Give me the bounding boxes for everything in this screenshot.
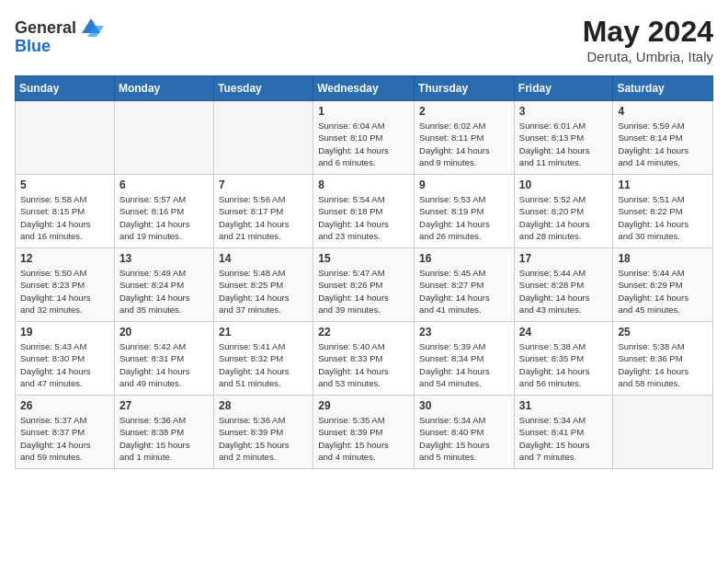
day-info: Sunrise: 5:43 AM Sunset: 8:30 PM Dayligh… xyxy=(20,340,109,389)
day-number: 28 xyxy=(219,399,308,412)
day-number: 8 xyxy=(318,178,409,191)
weekday-header: Friday xyxy=(514,76,613,101)
calendar-cell: 8Sunrise: 5:54 AM Sunset: 8:18 PM Daylig… xyxy=(313,175,415,248)
weekday-header: Tuesday xyxy=(213,76,313,101)
calendar-cell xyxy=(213,101,313,175)
day-info: Sunrise: 5:36 AM Sunset: 8:38 PM Dayligh… xyxy=(119,414,209,463)
day-info: Sunrise: 5:48 AM Sunset: 8:25 PM Dayligh… xyxy=(219,267,308,316)
page-header: General Blue May 2024 Deruta, Umbria, It… xyxy=(15,15,713,64)
weekday-header: Saturday xyxy=(613,76,713,101)
day-number: 9 xyxy=(419,178,509,191)
day-info: Sunrise: 5:38 AM Sunset: 8:36 PM Dayligh… xyxy=(618,340,708,389)
day-info: Sunrise: 5:47 AM Sunset: 8:26 PM Dayligh… xyxy=(318,267,409,316)
calendar-cell xyxy=(114,101,213,175)
logo: General Blue xyxy=(15,15,104,56)
calendar-cell: 28Sunrise: 5:36 AM Sunset: 8:39 PM Dayli… xyxy=(213,396,313,469)
calendar-table: SundayMondayTuesdayWednesdayThursdayFrid… xyxy=(15,75,713,469)
logo-icon xyxy=(78,15,104,40)
calendar-cell: 1Sunrise: 6:04 AM Sunset: 8:10 PM Daylig… xyxy=(313,101,415,175)
day-info: Sunrise: 5:57 AM Sunset: 8:16 PM Dayligh… xyxy=(119,193,209,242)
day-number: 19 xyxy=(20,326,109,339)
day-number: 7 xyxy=(219,178,308,191)
day-info: Sunrise: 5:51 AM Sunset: 8:22 PM Dayligh… xyxy=(618,193,708,242)
day-number: 18 xyxy=(618,252,708,265)
calendar-cell: 16Sunrise: 5:45 AM Sunset: 8:27 PM Dayli… xyxy=(415,248,515,322)
day-number: 14 xyxy=(219,252,308,265)
calendar-cell: 15Sunrise: 5:47 AM Sunset: 8:26 PM Dayli… xyxy=(313,248,415,322)
day-number: 10 xyxy=(519,178,609,191)
calendar-cell: 27Sunrise: 5:36 AM Sunset: 8:38 PM Dayli… xyxy=(114,396,213,469)
title-block: May 2024 Deruta, Umbria, Italy xyxy=(583,15,713,64)
calendar-cell: 6Sunrise: 5:57 AM Sunset: 8:16 PM Daylig… xyxy=(114,175,213,248)
day-number: 6 xyxy=(119,178,209,191)
day-number: 15 xyxy=(318,252,409,265)
day-number: 13 xyxy=(119,252,209,265)
weekday-header: Wednesday xyxy=(313,76,415,101)
day-info: Sunrise: 5:59 AM Sunset: 8:14 PM Dayligh… xyxy=(618,120,708,168)
calendar-cell: 9Sunrise: 5:53 AM Sunset: 8:19 PM Daylig… xyxy=(415,175,515,248)
day-info: Sunrise: 5:38 AM Sunset: 8:35 PM Dayligh… xyxy=(519,340,609,389)
calendar-cell: 2Sunrise: 6:02 AM Sunset: 8:11 PM Daylig… xyxy=(415,101,515,175)
day-number: 25 xyxy=(618,326,708,339)
calendar-cell: 4Sunrise: 5:59 AM Sunset: 8:14 PM Daylig… xyxy=(613,101,713,175)
weekday-header: Sunday xyxy=(16,76,115,101)
calendar-cell: 19Sunrise: 5:43 AM Sunset: 8:30 PM Dayli… xyxy=(16,322,115,396)
calendar-week-row: 19Sunrise: 5:43 AM Sunset: 8:30 PM Dayli… xyxy=(16,322,713,396)
day-number: 17 xyxy=(519,252,609,265)
day-info: Sunrise: 5:34 AM Sunset: 8:40 PM Dayligh… xyxy=(419,414,509,463)
calendar-week-row: 5Sunrise: 5:58 AM Sunset: 8:15 PM Daylig… xyxy=(16,175,713,248)
calendar-cell: 23Sunrise: 5:39 AM Sunset: 8:34 PM Dayli… xyxy=(415,322,515,396)
day-info: Sunrise: 5:37 AM Sunset: 8:37 PM Dayligh… xyxy=(20,414,109,463)
day-info: Sunrise: 5:41 AM Sunset: 8:32 PM Dayligh… xyxy=(219,340,308,389)
logo-general-text: General xyxy=(15,18,76,38)
day-number: 4 xyxy=(618,105,708,118)
day-number: 21 xyxy=(219,326,308,339)
calendar-cell: 24Sunrise: 5:38 AM Sunset: 8:35 PM Dayli… xyxy=(514,322,613,396)
day-number: 29 xyxy=(318,399,409,412)
day-number: 12 xyxy=(20,252,109,265)
day-info: Sunrise: 6:01 AM Sunset: 8:13 PM Dayligh… xyxy=(519,120,609,168)
calendar-cell: 5Sunrise: 5:58 AM Sunset: 8:15 PM Daylig… xyxy=(16,175,115,248)
calendar-cell: 30Sunrise: 5:34 AM Sunset: 8:40 PM Dayli… xyxy=(415,396,515,469)
day-number: 26 xyxy=(20,399,109,412)
day-number: 27 xyxy=(119,399,209,412)
day-info: Sunrise: 5:36 AM Sunset: 8:39 PM Dayligh… xyxy=(219,414,308,463)
day-info: Sunrise: 5:52 AM Sunset: 8:20 PM Dayligh… xyxy=(519,193,609,242)
day-number: 16 xyxy=(419,252,509,265)
day-info: Sunrise: 5:54 AM Sunset: 8:18 PM Dayligh… xyxy=(318,193,409,242)
day-number: 11 xyxy=(618,178,708,191)
day-info: Sunrise: 5:44 AM Sunset: 8:28 PM Dayligh… xyxy=(519,267,609,316)
calendar-cell: 21Sunrise: 5:41 AM Sunset: 8:32 PM Dayli… xyxy=(213,322,313,396)
day-info: Sunrise: 5:49 AM Sunset: 8:24 PM Dayligh… xyxy=(119,267,209,316)
calendar-cell: 12Sunrise: 5:50 AM Sunset: 8:23 PM Dayli… xyxy=(16,248,115,322)
day-number: 30 xyxy=(419,399,509,412)
calendar-cell: 20Sunrise: 5:42 AM Sunset: 8:31 PM Dayli… xyxy=(114,322,213,396)
day-number: 3 xyxy=(519,105,609,118)
day-info: Sunrise: 5:34 AM Sunset: 8:41 PM Dayligh… xyxy=(519,414,609,463)
calendar-cell: 10Sunrise: 5:52 AM Sunset: 8:20 PM Dayli… xyxy=(514,175,613,248)
day-number: 31 xyxy=(519,399,609,412)
day-number: 2 xyxy=(419,105,509,118)
day-info: Sunrise: 6:04 AM Sunset: 8:10 PM Dayligh… xyxy=(318,120,409,168)
calendar-cell: 3Sunrise: 6:01 AM Sunset: 8:13 PM Daylig… xyxy=(514,101,613,175)
calendar-week-row: 12Sunrise: 5:50 AM Sunset: 8:23 PM Dayli… xyxy=(16,248,713,322)
calendar-cell xyxy=(16,101,115,175)
calendar-cell: 13Sunrise: 5:49 AM Sunset: 8:24 PM Dayli… xyxy=(114,248,213,322)
day-info: Sunrise: 5:42 AM Sunset: 8:31 PM Dayligh… xyxy=(119,340,209,389)
calendar-cell xyxy=(613,396,713,469)
day-number: 23 xyxy=(419,326,509,339)
calendar-cell: 11Sunrise: 5:51 AM Sunset: 8:22 PM Dayli… xyxy=(613,175,713,248)
day-info: Sunrise: 5:39 AM Sunset: 8:34 PM Dayligh… xyxy=(419,340,509,389)
day-number: 22 xyxy=(318,326,409,339)
calendar-cell: 18Sunrise: 5:44 AM Sunset: 8:29 PM Dayli… xyxy=(613,248,713,322)
day-info: Sunrise: 5:35 AM Sunset: 8:39 PM Dayligh… xyxy=(318,414,409,463)
calendar-cell: 7Sunrise: 5:56 AM Sunset: 8:17 PM Daylig… xyxy=(213,175,313,248)
calendar-week-row: 26Sunrise: 5:37 AM Sunset: 8:37 PM Dayli… xyxy=(16,396,713,469)
weekday-header-row: SundayMondayTuesdayWednesdayThursdayFrid… xyxy=(16,76,713,101)
calendar-cell: 17Sunrise: 5:44 AM Sunset: 8:28 PM Dayli… xyxy=(514,248,613,322)
day-info: Sunrise: 5:56 AM Sunset: 8:17 PM Dayligh… xyxy=(219,193,308,242)
calendar-title: May 2024 xyxy=(583,15,713,49)
calendar-cell: 31Sunrise: 5:34 AM Sunset: 8:41 PM Dayli… xyxy=(514,396,613,469)
weekday-header: Monday xyxy=(114,76,213,101)
calendar-cell: 25Sunrise: 5:38 AM Sunset: 8:36 PM Dayli… xyxy=(613,322,713,396)
